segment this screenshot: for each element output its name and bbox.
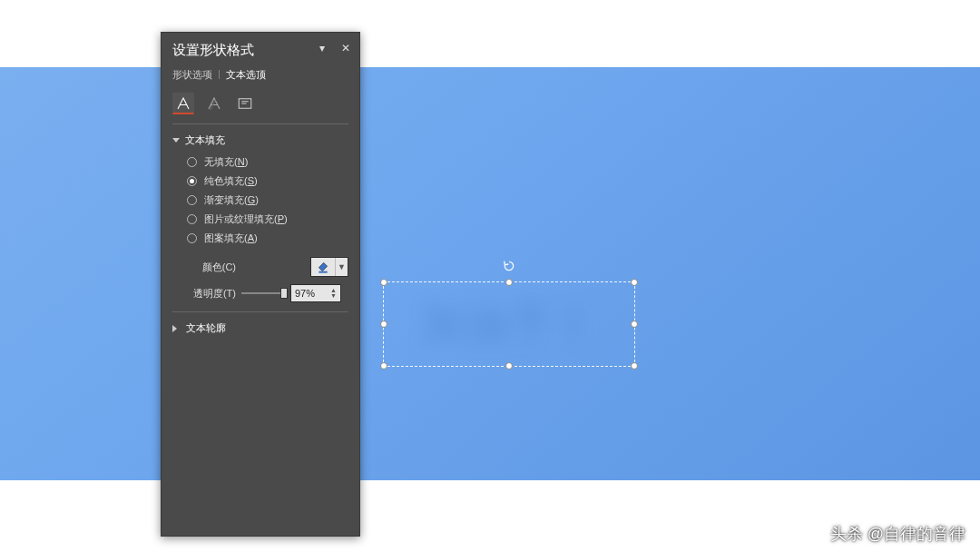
panel-menu-button[interactable]: ▾ bbox=[316, 40, 328, 56]
section-title: 文本填充 bbox=[185, 133, 225, 147]
resize-handle[interactable] bbox=[380, 362, 387, 370]
transparency-value: 97% bbox=[295, 288, 315, 299]
radio-label: 图案填充 bbox=[204, 232, 244, 243]
caret-down-icon bbox=[172, 138, 180, 143]
hotkey: N bbox=[238, 156, 245, 167]
hotkey: A bbox=[248, 232, 254, 243]
color-picker[interactable]: ▼ bbox=[310, 257, 348, 277]
radio-icon bbox=[187, 214, 197, 224]
resize-handle[interactable] bbox=[380, 279, 387, 286]
panel-title: 设置形状格式 bbox=[172, 42, 254, 57]
radio-icon bbox=[187, 233, 197, 243]
section-title: 文本轮廓 bbox=[186, 321, 226, 335]
hotkey: P bbox=[278, 213, 284, 224]
resize-handle[interactable] bbox=[505, 279, 513, 286]
tab-shape-options[interactable]: 形状选项 bbox=[172, 68, 212, 82]
tab-text-options[interactable]: 文本选顶 bbox=[226, 68, 266, 82]
watermark: 头杀 @自律的音律 bbox=[830, 523, 965, 545]
resize-handle[interactable] bbox=[631, 279, 638, 286]
resize-handle[interactable] bbox=[631, 362, 638, 370]
color-label: 颜色(C) bbox=[172, 261, 236, 274]
selected-textbox[interactable]: 加油干！ bbox=[383, 281, 635, 367]
radio-no-fill[interactable]: 无填充(N) bbox=[187, 153, 348, 172]
hotkey: S bbox=[248, 175, 254, 186]
radio-pattern-fill[interactable]: 图案填充(A) bbox=[187, 229, 348, 248]
radio-icon bbox=[187, 195, 197, 205]
radio-picture-fill[interactable]: 图片或纹理填充(P) bbox=[187, 210, 348, 229]
format-shape-panel: 设置形状格式 ▾ ✕ 形状选项 | 文本选顶 文本填充 无填充(N) bbox=[161, 32, 360, 537]
radio-icon bbox=[187, 157, 197, 167]
panel-header: 设置形状格式 ▾ ✕ bbox=[162, 33, 359, 63]
slide-canvas[interactable]: 加油干！ bbox=[0, 67, 980, 480]
blurred-text: 加油干！ bbox=[384, 282, 634, 366]
radio-label: 纯色填充 bbox=[204, 175, 244, 186]
radio-label: 无填充 bbox=[204, 156, 234, 167]
section-header-text-fill[interactable]: 文本填充 bbox=[172, 132, 348, 149]
radio-label: 渐变填充 bbox=[204, 194, 244, 205]
radio-solid-fill[interactable]: 纯色填充(S) bbox=[187, 172, 348, 191]
resize-handle[interactable] bbox=[505, 362, 513, 370]
transparency-row: 透明度(T) 97% ▲ ▼ bbox=[172, 281, 348, 308]
category-icons bbox=[162, 87, 359, 123]
text-effects-icon[interactable] bbox=[203, 93, 225, 114]
transparency-label: 透明度(T) bbox=[172, 287, 236, 301]
section-text-fill: 文本填充 无填充(N) 纯色填充(S) 渐变填充(G) 图片或纹理填充(P) 图… bbox=[162, 124, 359, 311]
radio-icon bbox=[187, 176, 197, 186]
textbox-icon[interactable] bbox=[234, 93, 256, 114]
spinner-down[interactable]: ▼ bbox=[330, 293, 337, 299]
svg-rect-1 bbox=[318, 271, 327, 273]
hotkey: G bbox=[248, 194, 256, 205]
caret-right-icon bbox=[172, 325, 181, 332]
resize-handle[interactable] bbox=[380, 320, 387, 328]
paint-bucket-icon bbox=[311, 258, 335, 276]
radio-label: 图片或纹理填充 bbox=[204, 213, 274, 224]
transparency-slider[interactable] bbox=[241, 287, 285, 300]
tab-separator: | bbox=[218, 68, 220, 82]
transparency-input[interactable]: 97% ▲ ▼ bbox=[290, 284, 341, 302]
panel-close-button[interactable]: ✕ bbox=[338, 40, 354, 56]
radio-gradient-fill[interactable]: 渐变填充(G) bbox=[187, 191, 348, 210]
color-row: 颜色(C) ▼ bbox=[172, 253, 348, 281]
text-fill-outline-icon[interactable] bbox=[172, 93, 194, 114]
dropdown-caret-icon[interactable]: ▼ bbox=[335, 258, 348, 276]
section-text-outline: 文本轮廓 bbox=[162, 312, 359, 340]
section-header-text-outline[interactable]: 文本轮廓 bbox=[172, 320, 348, 337]
option-tabs: 形状选项 | 文本选顶 bbox=[162, 63, 359, 87]
rotate-handle[interactable] bbox=[502, 259, 516, 273]
resize-handle[interactable] bbox=[631, 320, 638, 328]
